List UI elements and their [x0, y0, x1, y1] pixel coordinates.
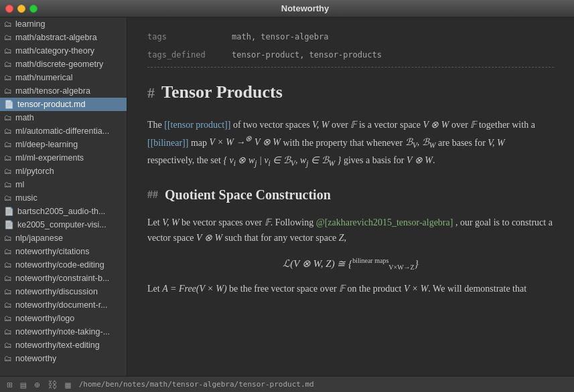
tags-key: tags	[147, 31, 221, 43]
meta-divider	[147, 67, 554, 68]
folder-icon: 🗂	[4, 60, 12, 69]
zakharevich-link[interactable]: @[zakharevich2015_tensor-algebra]	[316, 217, 453, 227]
sidebar-item-label: math/tensor-algebra	[15, 86, 90, 96]
sidebar-item-label: math	[15, 113, 34, 122]
paragraph-1: The [[tensor product]] of two vector spa…	[147, 117, 554, 171]
sidebar-item-label: nlp/japanese	[15, 233, 63, 243]
sidebar-item-noteworthy-logo[interactable]: 🗂noteworthy/logo	[0, 312, 127, 325]
titlebar: Noteworthy	[0, 0, 574, 17]
sidebar: 🗂learning🗂math/abstract-algebra🗂math/cat…	[0, 17, 127, 376]
sidebar-item-noteworthy-document-r[interactable]: 🗂noteworthy/document-r...	[0, 298, 127, 312]
sidebar-item-nlp-japanese[interactable]: 🗂nlp/japanese	[0, 231, 127, 245]
statusbar: ⊞ ▤ ⊕ ⛓ ▦ /home/ben/notes/math/tensor-al…	[0, 376, 574, 392]
maximize-button[interactable]	[29, 5, 38, 13]
tags-defined-value: tensor-product, tensor-products	[232, 49, 382, 62]
folder-icon: 🗂	[4, 354, 12, 363]
app-title: Noteworthy	[42, 3, 569, 13]
sidebar-item-label: noteworthy/document-r...	[15, 300, 108, 310]
close-button[interactable]	[5, 5, 13, 13]
sidebar-item-ml-pytorch[interactable]: 🗂ml/pytorch	[0, 165, 127, 178]
h1-text: Tensor Products	[161, 78, 283, 106]
statusbar-icon-group: ⊞ ▤ ⊕ ⛓ ▦	[7, 379, 71, 390]
tags-row: tags math, tensor-algebra	[147, 31, 554, 43]
file-icon: 📄	[4, 207, 14, 216]
sidebar-item-math-tensor-algebra[interactable]: 🗂math/tensor-algebra	[0, 84, 127, 98]
sidebar-item-label: noteworthy/citations	[15, 247, 89, 256]
sidebar-item-math-abstract-algebra[interactable]: 🗂math/abstract-algebra	[0, 31, 127, 44]
folder-icon: 🗂	[4, 46, 12, 56]
sidebar-item-noteworthy-constraint-b[interactable]: 🗂noteworthy/constraint-b...	[0, 272, 127, 285]
folder-icon: 🗂	[4, 314, 12, 323]
calendar-icon[interactable]: ▦	[65, 379, 70, 390]
folder-icon: 🗂	[4, 274, 12, 283]
file-path: /home/ben/notes/math/tensor-algebra/tens…	[79, 380, 567, 389]
h2-hash: ##	[147, 186, 158, 203]
layout-icon[interactable]: ▤	[20, 379, 25, 390]
bilinear-link[interactable]: [[bilinear]]	[147, 137, 188, 147]
folder-icon: 🗂	[4, 287, 12, 296]
folder-icon: 🗂	[4, 340, 12, 350]
file-icon: 📄	[4, 100, 14, 109]
tags-defined-row: tags_defined tensor-product, tensor-prod…	[147, 49, 554, 62]
folder-icon: 🗂	[4, 140, 12, 149]
sidebar-item-label: ml	[15, 180, 24, 189]
folder-icon: 🗂	[4, 113, 12, 122]
sidebar-item-label: noteworthy/logo	[15, 314, 74, 323]
sidebar-item-math-category-theory[interactable]: 🗂math/category-theory	[0, 44, 127, 58]
sidebar-item-bartsch2005-audio[interactable]: 📄bartsch2005_audio-th...	[0, 205, 127, 218]
sidebar-item-ml-deep-learning[interactable]: 🗂ml/deep-learning	[0, 138, 127, 151]
folder-icon: 🗂	[4, 33, 12, 42]
plus-icon[interactable]: ⊕	[34, 379, 40, 390]
heading-1: # Tensor Products	[147, 78, 554, 106]
folder-icon: 🗂	[4, 247, 12, 256]
sidebar-item-ml-automatic-differentia[interactable]: 🗂ml/automatic-differentia...	[0, 124, 127, 138]
sidebar-item-label: tensor-product.md	[17, 100, 85, 109]
sidebar-item-label: ke2005_computer-visi...	[17, 220, 106, 229]
sidebar-item-label: noteworthy/text-editing	[15, 340, 100, 350]
sidebar-item-noteworthy-discussion[interactable]: 🗂noteworthy/discussion	[0, 285, 127, 298]
sidebar-item-learning[interactable]: 🗂learning	[0, 17, 127, 31]
folder-icon: 🗂	[4, 193, 12, 203]
file-icon: 📄	[4, 220, 14, 229]
paragraph-3: Let A = Free(V × W) be the free vector s…	[147, 281, 554, 297]
sidebar-item-label: math/numerical	[15, 73, 72, 82]
minimize-button[interactable]	[17, 5, 25, 13]
tags-value: math, tensor-algebra	[232, 31, 329, 43]
heading-2: ## Quotient Space Construction	[147, 184, 554, 205]
content-area: tags math, tensor-algebra tags_defined t…	[127, 17, 574, 376]
sidebar-item-ml[interactable]: 🗂ml	[0, 178, 127, 191]
folder-icon: 🗂	[4, 73, 12, 82]
sidebar-item-math-discrete-geometry[interactable]: 🗂math/discrete-geometry	[0, 58, 127, 71]
folder-icon: 🗂	[4, 327, 12, 336]
grid-icon[interactable]: ⊞	[7, 379, 12, 390]
sidebar-item-noteworthy-note-taking[interactable]: 🗂noteworthy/note-taking-...	[0, 325, 127, 338]
folder-icon: 🗂	[4, 19, 12, 29]
sidebar-item-noteworthy[interactable]: 🗂noteworthy	[0, 352, 127, 365]
folder-icon: 🗂	[4, 233, 12, 243]
folder-icon: 🗂	[4, 126, 12, 136]
sidebar-item-label: ml/pytorch	[15, 167, 54, 176]
sidebar-item-label: noteworthy/constraint-b...	[15, 274, 109, 283]
main-area: 🗂learning🗂math/abstract-algebra🗂math/cat…	[0, 17, 574, 376]
link-icon[interactable]: ⛓	[48, 379, 57, 390]
paragraph-2: Let V, W be vector spaces over 𝔽. Follow…	[147, 215, 554, 247]
sidebar-item-noteworthy-code-editing[interactable]: 🗂noteworthy/code-editing	[0, 258, 127, 272]
sidebar-item-label: noteworthy	[15, 354, 56, 363]
sidebar-item-label: noteworthy/note-taking-...	[15, 327, 110, 336]
sidebar-item-noteworthy-text-editing[interactable]: 🗂noteworthy/text-editing	[0, 338, 127, 352]
math-display: ℒ(V ⊗ W, Z) ≅ {bilinear mapsV×W→Z}	[147, 256, 554, 273]
tensor-product-link[interactable]: [[tensor product]]	[164, 120, 230, 130]
folder-icon: 🗂	[4, 86, 12, 96]
sidebar-item-label: learning	[15, 19, 45, 29]
sidebar-item-label: math/category-theory	[15, 46, 94, 56]
sidebar-item-math[interactable]: 🗂math	[0, 111, 127, 124]
sidebar-item-math-numerical[interactable]: 🗂math/numerical	[0, 71, 127, 84]
sidebar-item-label: ml/deep-learning	[15, 140, 78, 149]
sidebar-item-tensor-product-md[interactable]: 📄tensor-product.md	[0, 98, 127, 111]
sidebar-item-ke2005-computer-visi[interactable]: 📄ke2005_computer-visi...	[0, 218, 127, 231]
sidebar-item-label: bartsch2005_audio-th...	[17, 207, 105, 216]
sidebar-item-ml-ml-experiments[interactable]: 🗂ml/ml-experiments	[0, 151, 127, 165]
sidebar-item-noteworthy-citations[interactable]: 🗂noteworthy/citations	[0, 245, 127, 258]
sidebar-item-music[interactable]: 🗂music	[0, 191, 127, 205]
tags-defined-key: tags_defined	[147, 49, 221, 62]
